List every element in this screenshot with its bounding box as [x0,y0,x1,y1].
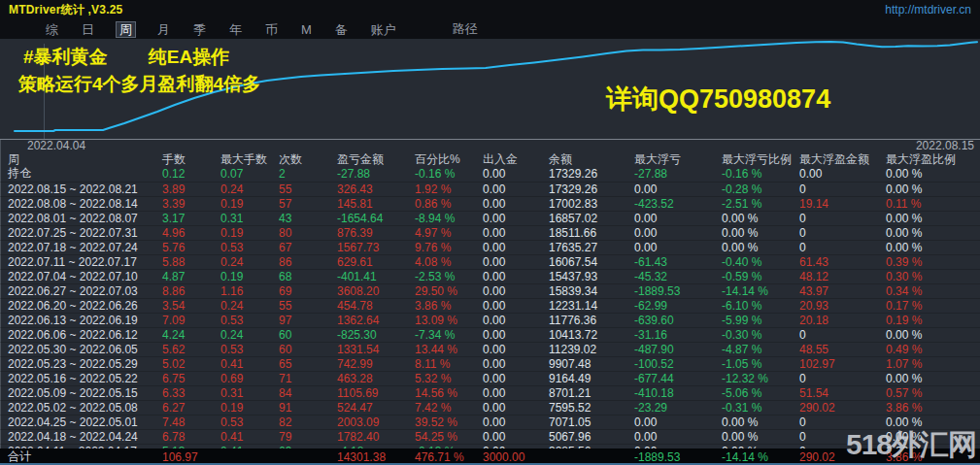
website-link[interactable]: http://mtdriver.cn [885,3,971,17]
cell: 17329.26 [549,183,634,196]
cell: -0.28 % [722,183,799,196]
menu-tab-备[interactable]: 备 [333,22,350,37]
table-row[interactable]: 2022.05.09 ~ 2022.05.156.330.31841105.69… [0,386,980,401]
menu-tab-综[interactable]: 综 [44,22,60,37]
cell: 71 [279,372,337,385]
cell: 20.93 [799,299,886,313]
cell: -677.44 [634,372,722,385]
table-row[interactable]: 2022.08.15 ~ 2022.08.213.890.2455326.431… [0,183,980,197]
table-row-open-position[interactable]: 持仓0.120.072-27.88-0.16 %0.0017329.26-27.… [0,165,980,183]
cell: 0.00 [483,255,549,269]
cell: 3.86 % [415,299,483,313]
table-row[interactable]: 2022.05.16 ~ 2022.05.226.750.6971463.285… [0,372,980,386]
cell: -12.32 % [722,372,799,385]
table-row[interactable]: 2022.07.04 ~ 2022.07.104.870.1968-401.41… [0,270,980,284]
menu-tab-周[interactable]: 周 [116,21,136,38]
cell: 29.50 % [415,284,483,298]
cell: 0.49 % [886,343,980,356]
table-row[interactable]: 2022.06.06 ~ 2022.06.124.240.2460-825.30… [0,328,980,343]
cell: 742.99 [337,357,415,371]
cell: 4.08 % [415,255,483,269]
cell: 0.53 [220,343,279,356]
cell: -27.88 [634,167,722,181]
table-row[interactable]: 2022.07.11 ~ 2022.07.175.880.2486629.614… [0,255,980,270]
cell: 0.12 [162,167,220,181]
table-row[interactable]: 2022.07.18 ~ 2022.07.245.760.53671567.73… [0,241,980,255]
cell: 6.33 [162,386,220,400]
cell: -639.60 [634,314,722,327]
cell: 0.19 [220,226,279,240]
table-row[interactable]: 2022.05.30 ~ 2022.06.055.620.53601331.54… [0,343,980,357]
cell: 5.88 [162,255,220,269]
cell: -0.16 % [415,167,483,181]
cell: 0.00 [483,212,549,225]
menu-tab-账户[interactable]: 账户 [369,22,398,37]
menu-item-path[interactable]: 路径 [453,20,478,38]
cell: 80 [279,226,337,240]
cell: 17635.27 [549,241,634,254]
table-row[interactable]: 2022.05.23 ~ 2022.05.295.020.4165742.998… [0,357,980,372]
menu-tab-季[interactable]: 季 [191,22,208,37]
table-row[interactable]: 2022.04.18 ~ 2022.04.246.780.41791782.40… [0,430,980,445]
cell: -14.14 % [722,450,799,464]
cell: 7595.52 [549,401,634,415]
cell: 0.00 % [886,226,980,240]
cell: 48.55 [799,343,886,356]
table-row[interactable]: 2022.05.02 ~ 2022.05.086.270.1991524.477… [0,401,980,415]
menu-tab-M[interactable]: M [299,22,314,37]
cell: 4.24 [162,328,220,342]
cell: -401.41 [337,270,415,283]
cell: 0.00 [799,167,886,181]
cell: 持仓 [8,165,162,182]
cell: 0.24 [220,299,279,313]
cell: 2022.06.06 ~ 2022.06.12 [8,328,162,342]
cell: 7.48 [162,415,220,429]
cell: 43.97 [799,284,886,298]
cell: 106.97 [162,450,220,464]
table-row[interactable]: 2022.06.13 ~ 2022.06.197.090.53971362.64… [0,314,980,328]
table-row[interactable]: 2022.06.20 ~ 2022.06.263.540.2455454.783… [0,299,980,314]
menu-tab-年[interactable]: 年 [227,22,244,37]
cell: 5.32 % [415,372,483,385]
cell: -14.14 % [722,284,799,298]
title-bar: MTDriver统计 ,V3.25 http://mtdriver.cn [0,0,980,19]
table-row[interactable]: 2022.07.25 ~ 2022.07.314.960.1980876.394… [0,226,980,241]
cell: 0.86 % [415,197,483,211]
cell: -31.16 [634,328,722,342]
cell: 0.07 [220,167,279,181]
table-row[interactable]: 2022.06.27 ~ 2022.07.038.861.16693608.20… [0,284,980,299]
cell: 5.02 [162,357,220,371]
cell: 7.42 % [415,401,483,415]
cell: 4.97 % [415,226,483,240]
cell: -1.05 % [722,357,799,371]
menu-tab-币[interactable]: 币 [263,22,280,37]
cell: 3608.20 [337,284,415,298]
cell: 0.00 [634,183,722,196]
menu-tab-日[interactable]: 日 [80,22,96,37]
cell: -1654.64 [337,212,415,225]
cell: 3.89 [162,183,220,196]
cell: 4.87 [162,270,220,283]
cell: 454.78 [337,299,415,313]
cell: 11239.02 [549,343,634,356]
table-row[interactable]: 2022.08.08 ~ 2022.08.143.390.1957145.810… [0,197,980,212]
cell: 0.00 % [722,430,799,444]
cell: 0 [799,183,886,196]
total-row[interactable]: 合计106.9714301.38476.71 %3000.00-1889.53-… [0,448,980,463]
cell: 8701.21 [549,386,634,400]
cell: 18511.66 [549,226,634,240]
cell: 0 [799,226,886,240]
promo-line-1: #暴利黄金 纯EA操作 [23,45,229,70]
cell: 0.00 [483,415,549,429]
cell: 0.00 [483,372,549,385]
cell: 55 [279,299,337,313]
table-row[interactable]: 2022.08.01 ~ 2022.08.073.170.3143-1654.6… [0,212,980,226]
cell: 0.00 % [722,241,799,254]
chart-end-date: 2022.08.15 [916,139,974,152]
menu-tab-月[interactable]: 月 [155,22,172,37]
table-row[interactable]: 2022.04.25 ~ 2022.05.017.480.53822003.09… [0,415,980,430]
cell: 68 [279,270,337,283]
cell: 0.00 % [722,226,799,240]
cell: 2022.06.20 ~ 2022.06.26 [8,299,162,313]
cell: 0.00 [483,167,549,181]
